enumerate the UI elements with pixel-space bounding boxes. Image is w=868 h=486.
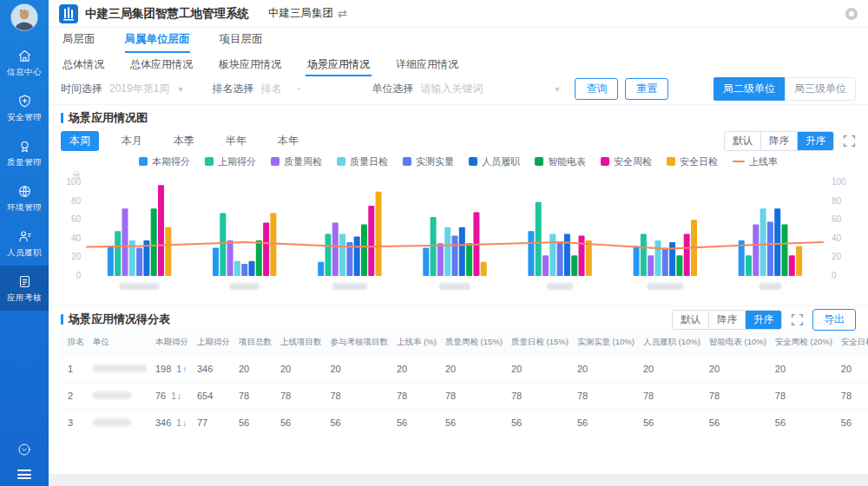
legend-item-0[interactable]: 本期得分 [139,155,190,168]
legend-swatch [337,157,345,166]
rank-filter-label: 排名选择 [212,82,253,96]
sidebar-item-assessment[interactable]: 应用考核 [0,266,49,311]
score-value: 76 [155,391,166,401]
svg-text:60: 60 [832,214,842,224]
tab-level2-0[interactable]: 总体情况 [61,55,106,75]
time-tab-3[interactable]: 半年 [217,131,255,151]
tab-level2-3[interactable]: 场景应用情况 [306,55,372,75]
svg-text:分: 分 [72,170,81,180]
value-cell: 56 [438,410,504,437]
table-sort-0[interactable]: 默认 [673,311,708,329]
legend-item-line[interactable]: 上线率 [733,155,778,168]
time-filter-label: 时间选择 [61,82,102,96]
table-row[interactable]: 11981↑3462020202020202020202020 [61,356,868,383]
unit-cell [86,383,148,410]
legend-swatch [667,157,675,166]
fullscreen-icon[interactable] [791,313,804,326]
table-sort-1[interactable]: 降序 [708,311,745,329]
search-button[interactable]: 查询 [575,78,618,100]
table-row[interactable]: 33461↓775656565656565656565656 [61,410,868,437]
unit-level-button-1[interactable]: 局三级单位 [785,77,856,101]
rank-cell: 1 [61,356,86,383]
user-avatar[interactable] [11,4,37,30]
column-header-2: 本期得分 [148,330,190,356]
value-cell: 20 [324,356,391,383]
value-cell: 78 [768,383,834,410]
trend-down-icon: ↓ [177,391,181,401]
legend-item-3[interactable]: 质量日检 [337,155,388,168]
unit-level-toggle: 局二级单位局三级单位 [713,77,856,101]
sidebar-item-quality[interactable]: 质量管理 [0,130,49,175]
value-cell: 20 [702,356,768,383]
time-tab-1[interactable]: 本月 [113,131,151,151]
unit-filter-label: 单位选择 [372,82,413,96]
value-cell: 78 [570,383,636,410]
time-tab-0[interactable]: 本周 [61,131,99,151]
collapse-circle-icon[interactable] [17,443,31,460]
legend-swatch [139,157,148,166]
sidebar-item-personnel[interactable]: 人员履职 [0,220,49,266]
value-cell: 20 [504,356,570,383]
chart-sort-0[interactable]: 默认 [725,132,760,150]
top-header: 中建三局集团智慧工地管理系统 中建三局集团 ⇄ [49,0,868,28]
tab-level2-2[interactable]: 板块应用情况 [217,55,283,75]
legend-item-6[interactable]: 智能电表 [535,155,586,168]
column-header-14: 安全日检 (20%) [834,330,868,356]
legend-item-8[interactable]: 安全日检 [667,155,718,168]
chevron-down-icon: ▾ [555,84,559,94]
table-sort-2[interactable]: 升序 [745,311,781,329]
tab-level1-0[interactable]: 局层面 [61,30,97,49]
level2-tabs: 总体情况总体应用情况板块应用情况场景应用情况详细应用情况 [49,50,868,75]
level1-tabs: 局层面局属单位层面项目层面 [49,28,868,50]
org-switcher[interactable]: 中建三局集团 ⇄ [268,6,347,21]
score-cell: 1981↑ [148,356,190,383]
time-tab-2[interactable]: 本季 [165,131,203,151]
tab-level2-4[interactable]: 详细应用情况 [394,55,460,75]
score-table-wrap: 排名单位本期得分上期得分项目总数上线项目数参与考核项目数上线率 (%)质量周检 … [49,328,868,436]
legend-swatch [535,157,543,166]
sidebar-item-environment[interactable]: 环境管理 [0,175,49,220]
sidebar-item-label: 质量管理 [7,157,42,168]
table-row[interactable]: 2761↓6547878787878787878787878 [61,383,868,410]
settings-icon[interactable] [845,8,858,20]
environment-icon [17,183,32,199]
score-cell: 3461↓ [148,410,190,437]
fullscreen-icon[interactable] [843,135,856,148]
svg-text:20: 20 [71,252,82,261]
legend-item-5[interactable]: 人员履职 [469,155,520,168]
personnel-icon [17,228,32,244]
value-cell: 78 [273,383,324,410]
sidebar-item-label: 信息中心 [7,67,42,78]
rank-change-value: 1 [176,417,181,428]
chart-sort-1[interactable]: 降序 [760,132,797,150]
sidebar-item-info-center[interactable]: 信息中心 [0,40,49,85]
column-header-5: 上线项目数 [273,330,324,356]
tab-level1-1[interactable]: 局属单位层面 [123,30,192,49]
value-cell: 20 [390,356,438,383]
table-sort-group: 默认降序升序 [672,310,782,330]
unit-select[interactable]: 请输入关键词 ▾ [420,82,559,96]
legend-swatch [403,157,411,166]
legend-item-7[interactable]: 安全周检 [601,155,652,168]
shield-icon [17,93,32,108]
rank-from-input[interactable]: 排名 [260,82,281,96]
reset-button[interactable]: 重置 [625,78,668,100]
legend-item-2[interactable]: 质量周检 [271,155,322,168]
sidebar-item-safety[interactable]: 安全管理 [0,85,49,130]
value-cell: 78 [504,383,570,410]
legend-item-4[interactable]: 实测实量 [403,155,454,168]
swap-icon: ⇄ [338,8,347,19]
tab-level1-2[interactable]: 项目层面 [218,30,265,49]
legend-item-1[interactable]: 上期得分 [205,155,256,168]
tab-level2-1[interactable]: 总体应用情况 [128,55,194,75]
time-tab-4[interactable]: 本年 [269,131,307,151]
chart-sort-2[interactable]: 升序 [797,132,833,150]
value-cell: 20 [438,356,504,383]
time-select[interactable]: 2019年第1周 ▾ [109,82,182,96]
column-header-9: 质量日检 (15%) [504,330,570,356]
export-button[interactable]: 导出 [812,309,856,331]
column-header-7: 上线率 (%) [390,330,438,356]
column-header-11: 人员履职 (10%) [636,330,702,356]
menu-icon[interactable] [17,470,31,479]
unit-level-button-0[interactable]: 局二级单位 [713,77,785,101]
